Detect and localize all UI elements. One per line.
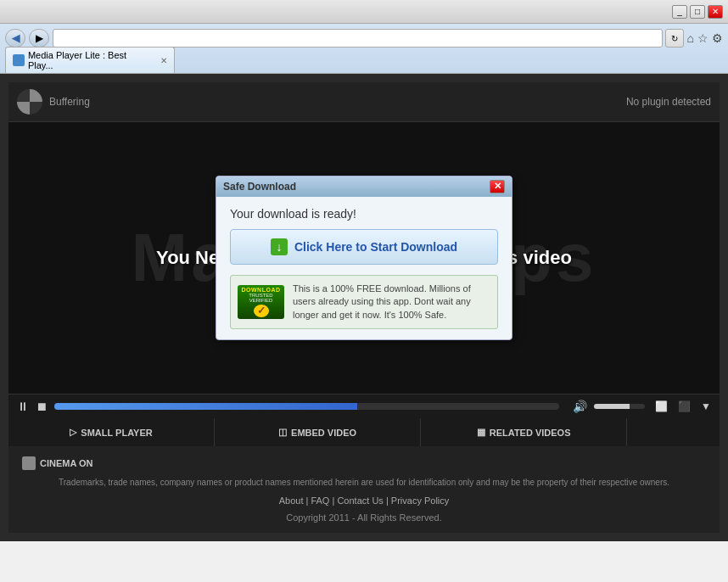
embed-video-icon: ◫ bbox=[278, 427, 287, 438]
address-input[interactable] bbox=[53, 29, 663, 48]
extra-nav-item bbox=[627, 424, 720, 441]
footer-disclaimer: Trademarks, trade names, company names o… bbox=[15, 473, 713, 492]
progress-bar[interactable] bbox=[54, 403, 559, 410]
badge-check-icon: ✓ bbox=[254, 305, 269, 317]
maximize-button[interactable]: □ bbox=[690, 5, 705, 19]
volume-fill bbox=[594, 404, 630, 409]
trust-text: This is a 100% FREE download. Millions o… bbox=[293, 283, 490, 322]
about-link[interactable]: About bbox=[279, 495, 304, 506]
dialog-title: Safe Download bbox=[223, 181, 296, 193]
small-player-label: SMALL PLAYER bbox=[81, 428, 152, 438]
player-logo bbox=[17, 89, 42, 115]
player-controls: ⏸ ⏹ 🔊 ⬜ ⬛ ▼ bbox=[8, 394, 720, 418]
close-button[interactable]: ✕ bbox=[708, 5, 723, 19]
resize2-button[interactable]: ⬛ bbox=[678, 400, 691, 412]
browser-tab[interactable]: Media Player Lite : Best Play... ✕ bbox=[5, 47, 175, 73]
download-btn-label: Click Here to Start Download bbox=[294, 240, 457, 254]
browser-chrome: _ □ ✕ ◀ ▶ ↻ ⌂ ☆ ⚙ Media Player Lite : Be… bbox=[0, 0, 728, 74]
home-icon[interactable]: ⌂ bbox=[687, 31, 694, 45]
tab-bar: Media Player Lite : Best Play... ✕ bbox=[0, 53, 728, 73]
badge-line1: DOWNLOAD bbox=[242, 287, 281, 293]
progress-fill bbox=[54, 403, 357, 410]
no-plugin-text: No plugin detected bbox=[626, 96, 711, 108]
tab-favicon bbox=[13, 54, 25, 66]
more-button[interactable]: ▼ bbox=[701, 400, 711, 412]
faq-link[interactable]: FAQ bbox=[311, 495, 329, 506]
back-button[interactable]: ◀ bbox=[5, 29, 25, 48]
safe-download-dialog: Safe Download ✕ Your download is ready! … bbox=[216, 176, 512, 340]
download-icon: ↓ bbox=[271, 238, 288, 255]
dialog-titlebar: Safe Download ✕ bbox=[216, 176, 512, 197]
dialog-close-button[interactable]: ✕ bbox=[490, 180, 505, 193]
related-videos-label: RELATED VIDEOS bbox=[490, 428, 571, 438]
video-player: Buffering No plugin detected Malware Tip… bbox=[8, 82, 720, 446]
browser-toolbar: ⌂ ☆ ⚙ bbox=[687, 31, 723, 45]
stop-button[interactable]: ⏹ bbox=[36, 400, 48, 413]
footer-copyright: Copyright 2011 - All Rights Reserved. bbox=[15, 509, 713, 526]
contact-link[interactable]: Contact Us bbox=[337, 495, 383, 506]
footer-links: About | FAQ | Contact Us | Privacy Polic… bbox=[15, 492, 713, 509]
cinema-icon bbox=[22, 456, 36, 470]
trust-section: DOWNLOAD TRUSTED VERIFIED ✓ This is a 10… bbox=[230, 275, 498, 329]
player-header: Buffering No plugin detected bbox=[8, 82, 720, 122]
star-icon[interactable]: ☆ bbox=[697, 31, 708, 45]
forward-button[interactable]: ▶ bbox=[29, 29, 49, 48]
trust-badge: DOWNLOAD TRUSTED VERIFIED ✓ bbox=[238, 285, 284, 319]
address-bar-wrap: ↻ bbox=[53, 29, 684, 48]
ready-text: Your download is ready! bbox=[230, 207, 498, 221]
resize1-button[interactable]: ⬜ bbox=[655, 400, 668, 412]
embed-video-label: EMBED VIDEO bbox=[291, 428, 356, 438]
page-footer: CINEMA ON Trademarks, trade names, compa… bbox=[8, 446, 720, 533]
dialog-body: Your download is ready! ↓ Click Here to … bbox=[216, 197, 512, 339]
related-videos-icon: ▦ bbox=[477, 427, 485, 438]
cinema-label-bar: CINEMA ON bbox=[15, 453, 713, 473]
download-button[interactable]: ↓ Click Here to Start Download bbox=[230, 229, 498, 265]
volume-icon[interactable]: 🔊 bbox=[573, 400, 587, 413]
related-videos-button[interactable]: ▦ RELATED VIDEOS bbox=[421, 418, 627, 446]
small-player-icon: ▷ bbox=[70, 427, 76, 438]
badge-line3: VERIFIED bbox=[249, 298, 273, 303]
pause-button[interactable]: ⏸ bbox=[17, 400, 29, 413]
small-player-button[interactable]: ▷ SMALL PLAYER bbox=[8, 418, 215, 446]
dialog-overlay: Safe Download ✕ Your download is ready! … bbox=[8, 122, 720, 394]
refresh-button[interactable]: ↻ bbox=[665, 29, 684, 48]
title-bar: _ □ ✕ bbox=[0, 0, 728, 24]
window-controls: _ □ ✕ bbox=[672, 5, 723, 19]
volume-bar[interactable] bbox=[594, 404, 645, 409]
cinema-label: CINEMA ON bbox=[40, 458, 93, 468]
privacy-link[interactable]: Privacy Policy bbox=[391, 495, 449, 506]
tab-close-button[interactable]: ✕ bbox=[160, 56, 167, 65]
settings-icon[interactable]: ⚙ bbox=[712, 31, 723, 45]
embed-video-button[interactable]: ◫ EMBED VIDEO bbox=[215, 418, 421, 446]
bottom-nav: ▷ SMALL PLAYER ◫ EMBED VIDEO ▦ RELATED V… bbox=[8, 418, 720, 446]
player-main: Malware Tips You Need Media Player Lite … bbox=[8, 122, 720, 394]
page-content: Buffering No plugin detected Malware Tip… bbox=[0, 74, 728, 541]
buffering-text: Buffering bbox=[49, 96, 90, 108]
minimize-button[interactable]: _ bbox=[672, 5, 687, 19]
tab-label: Media Player Lite : Best Play... bbox=[28, 50, 154, 70]
